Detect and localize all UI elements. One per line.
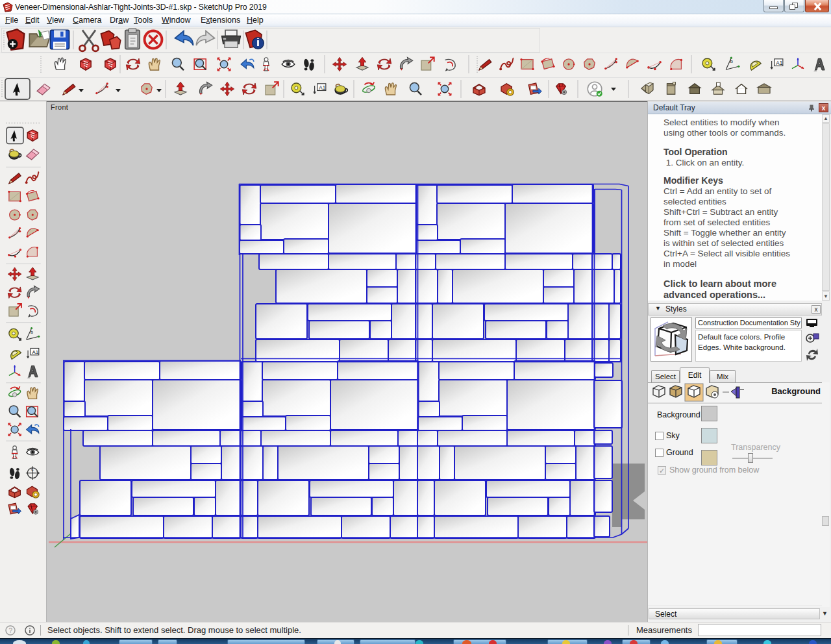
svg-text:A1: A1	[32, 349, 38, 355]
svg-text:?: ?	[9, 627, 13, 634]
svg-text:A1: A1	[776, 60, 782, 66]
svg-text:A1: A1	[319, 85, 325, 91]
svg-text:b: b	[31, 330, 33, 335]
svg-text:C: C	[31, 467, 34, 471]
svg-text:b: b	[730, 58, 733, 64]
